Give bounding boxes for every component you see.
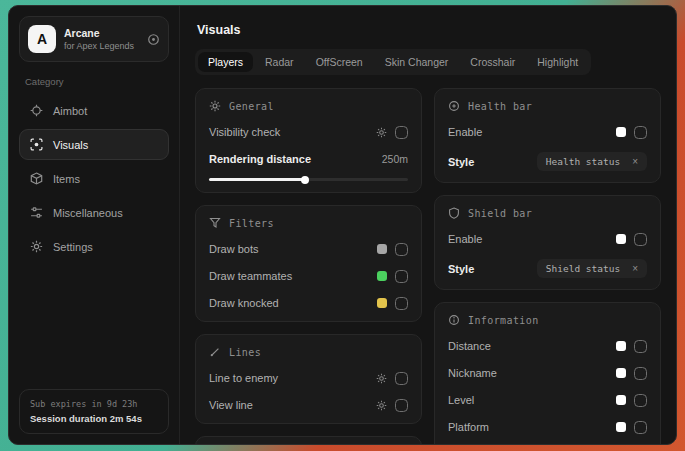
package-icon (30, 172, 43, 185)
level-checkbox[interactable] (634, 394, 647, 407)
filters-card: Filters Draw bots Draw teammates (195, 205, 422, 322)
color-swatch[interactable] (377, 298, 387, 308)
app-subtitle: for Apex Legends (64, 41, 134, 51)
visibility-check-row: Visibility check (209, 125, 408, 139)
general-card: General Visibility check Rendering dista… (195, 88, 422, 193)
view-line-checkbox[interactable] (395, 399, 408, 412)
row-label: Rendering distance (209, 153, 311, 165)
shield-enable-checkbox[interactable] (634, 233, 647, 246)
color-swatch[interactable] (616, 341, 626, 351)
shield-style-row: Style Shield status × (448, 259, 647, 278)
rendering-distance-value: 250m (382, 153, 408, 165)
draw-knocked-row: Draw knocked (209, 296, 408, 310)
gear-icon[interactable] (376, 373, 387, 384)
gear-icon[interactable] (376, 127, 387, 138)
sidebar-item-label: Settings (53, 241, 93, 253)
sidebar-item-label: Aimbot (53, 105, 87, 117)
info-icon (448, 314, 460, 326)
card-title: Health bar (468, 101, 532, 112)
distance-checkbox[interactable] (634, 340, 647, 353)
shield-style-select[interactable]: Shield status × (537, 259, 647, 278)
box-card: Box Enable Enable background (195, 436, 422, 444)
color-swatch[interactable] (616, 234, 626, 244)
sidebar-item-label: Visuals (53, 139, 88, 151)
row-label: Platform (448, 421, 489, 433)
sidebar-item-aimbot[interactable]: Aimbot (19, 95, 169, 126)
view-line-row: View line (209, 398, 408, 412)
gear-icon (30, 240, 43, 253)
tab-radar[interactable]: Radar (255, 52, 304, 72)
row-label: Draw knocked (209, 297, 279, 309)
row-label: Style (448, 156, 474, 168)
row-label: View line (209, 399, 253, 411)
draw-bots-checkbox[interactable] (395, 243, 408, 256)
row-label: Style (448, 263, 474, 275)
sidebar-item-items[interactable]: Items (19, 163, 169, 194)
sidebar-item-settings[interactable]: Settings (19, 231, 169, 262)
color-swatch[interactable] (616, 127, 626, 137)
gear-icon[interactable] (376, 400, 387, 411)
sidebar-item-miscellaneous[interactable]: Miscellaneous (19, 197, 169, 228)
draw-knocked-checkbox[interactable] (395, 297, 408, 310)
health-style-select[interactable]: Health status × (537, 152, 647, 171)
select-value: Health status (546, 156, 620, 167)
distance-row: Distance (448, 339, 647, 353)
page-title: Visuals (197, 23, 661, 37)
row-label: Nickname (448, 367, 497, 379)
scan-icon (30, 138, 43, 151)
card-title: Shield bar (468, 208, 532, 219)
clear-icon[interactable]: × (632, 264, 638, 274)
nickname-checkbox[interactable] (634, 367, 647, 380)
platform-checkbox[interactable] (634, 421, 647, 434)
color-swatch[interactable] (377, 271, 387, 281)
level-row: Level (448, 393, 647, 407)
information-card: Information Distance Nickname (434, 302, 661, 444)
card-title: Lines (229, 347, 261, 358)
row-label: Enable (448, 126, 482, 138)
color-swatch[interactable] (616, 422, 626, 432)
color-swatch[interactable] (616, 395, 626, 405)
tab-players[interactable]: Players (198, 52, 253, 72)
subscription-status-card: Sub expires in 9d 23h Session duration 2… (19, 389, 169, 434)
rendering-distance-row: Rendering distance 250m (209, 152, 408, 166)
tab-highlight[interactable]: Highlight (527, 52, 588, 72)
health-enable-row: Enable (448, 125, 647, 139)
select-value: Shield status (546, 263, 620, 274)
health-bar-card: Health bar Enable Style (434, 88, 661, 183)
draw-bots-row: Draw bots (209, 242, 408, 256)
lines-card: Lines Line to enemy View line (195, 334, 422, 424)
card-title: Filters (229, 218, 274, 229)
visibility-check-checkbox[interactable] (395, 126, 408, 139)
row-label: Distance (448, 340, 491, 352)
sidebar: A Arcane for Apex Legends Category Aimbo… (9, 6, 180, 444)
color-swatch[interactable] (616, 368, 626, 378)
sliders-icon (30, 206, 43, 219)
row-label: Draw teammates (209, 270, 292, 282)
platform-row: Platform (448, 420, 647, 434)
tab-skin-changer[interactable]: Skin Changer (375, 52, 459, 72)
sidebar-item-label: Items (53, 173, 80, 185)
draw-teammates-checkbox[interactable] (395, 270, 408, 283)
line-to-enemy-checkbox[interactable] (395, 372, 408, 385)
sidebar-item-visuals[interactable]: Visuals (19, 129, 169, 160)
shield-icon (448, 207, 460, 219)
rendering-distance-slider[interactable] (209, 178, 408, 181)
app-name: Arcane (64, 27, 134, 39)
tab-crosshair[interactable]: Crosshair (460, 52, 525, 72)
slider-fill (209, 178, 305, 181)
color-swatch[interactable] (377, 244, 387, 254)
right-column: Health bar Enable Style (434, 88, 661, 444)
slider-thumb[interactable] (301, 176, 309, 184)
crosshair-icon (30, 104, 43, 117)
health-enable-checkbox[interactable] (634, 126, 647, 139)
clear-icon[interactable]: × (632, 157, 638, 167)
main-panel: Visuals Players Radar OffScreen Skin Cha… (180, 6, 676, 444)
target-icon[interactable] (147, 33, 160, 46)
draw-teammates-row: Draw teammates (209, 269, 408, 283)
row-label: Draw bots (209, 243, 259, 255)
tab-offscreen[interactable]: OffScreen (306, 52, 373, 72)
line-to-enemy-row: Line to enemy (209, 371, 408, 385)
funnel-icon (209, 217, 221, 229)
card-title: General (229, 101, 274, 112)
line-icon (209, 346, 221, 358)
